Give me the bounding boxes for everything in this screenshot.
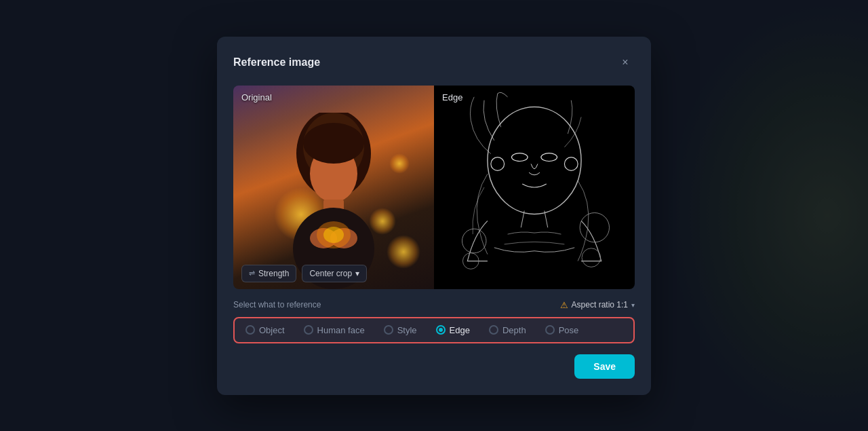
radio-dot-pose bbox=[545, 325, 555, 335]
edge-image-panel: Edge bbox=[434, 86, 635, 289]
crop-button[interactable]: Center crop ▾ bbox=[302, 265, 367, 282]
svg-point-12 bbox=[541, 153, 557, 161]
original-image-panel: Original bbox=[233, 86, 434, 289]
svg-line-15 bbox=[521, 210, 524, 227]
radio-label-object: Object bbox=[259, 325, 285, 335]
radio-dot-object bbox=[245, 325, 255, 335]
save-button[interactable]: Save bbox=[574, 354, 635, 379]
radio-option-pose[interactable]: Pose bbox=[537, 321, 587, 339]
radio-dot-inner-edge bbox=[439, 328, 443, 332]
close-button[interactable]: × bbox=[616, 53, 635, 72]
reference-label: Select what to reference bbox=[233, 300, 321, 310]
radio-option-edge[interactable]: Edge bbox=[428, 321, 478, 339]
radio-dot-edge bbox=[436, 325, 446, 335]
svg-point-14 bbox=[564, 157, 578, 170]
radio-option-human-face[interactable]: Human face bbox=[296, 321, 373, 339]
radio-label-edge: Edge bbox=[450, 325, 470, 335]
modal-overlay: Reference image × Original bbox=[0, 0, 868, 431]
svg-point-19 bbox=[582, 248, 601, 267]
modal-footer: Save bbox=[233, 354, 635, 379]
warning-icon: ⚠ bbox=[560, 300, 568, 310]
svg-point-11 bbox=[511, 153, 528, 161]
radio-label-human-face: Human face bbox=[317, 325, 365, 335]
svg-point-18 bbox=[580, 212, 609, 242]
image-controls: ⇌ Strength Center crop ▾ bbox=[241, 265, 367, 282]
reference-section: Select what to reference ⚠ Aspect ratio … bbox=[233, 300, 635, 343]
modal-dialog: Reference image × Original bbox=[217, 37, 651, 395]
radio-option-depth[interactable]: Depth bbox=[481, 321, 534, 339]
aspect-ratio-button[interactable]: ⚠ Aspect ratio 1:1 ▾ bbox=[560, 300, 635, 310]
aspect-ratio-label: Aspect ratio 1:1 bbox=[572, 300, 628, 310]
bokeh-light-4 bbox=[387, 235, 420, 269]
edge-label: Edge bbox=[442, 92, 462, 102]
radio-label-pose: Pose bbox=[559, 325, 579, 335]
reference-header: Select what to reference ⚠ Aspect ratio … bbox=[233, 300, 635, 310]
edge-drawing bbox=[434, 86, 635, 289]
bokeh-light-3 bbox=[389, 153, 410, 174]
radio-dot-style bbox=[384, 325, 393, 335]
svg-point-9 bbox=[323, 227, 344, 243]
radio-dot-human-face bbox=[304, 325, 313, 335]
svg-point-10 bbox=[488, 107, 581, 214]
radio-dot-depth bbox=[489, 325, 498, 335]
radio-option-object[interactable]: Object bbox=[237, 321, 293, 339]
image-preview-container: Original bbox=[233, 86, 635, 289]
svg-point-13 bbox=[491, 157, 505, 170]
svg-line-16 bbox=[545, 210, 548, 227]
modal-header: Reference image × bbox=[233, 53, 635, 72]
original-label: Original bbox=[241, 92, 272, 102]
svg-point-3 bbox=[303, 123, 364, 164]
radio-label-style: Style bbox=[397, 325, 417, 335]
person-figure bbox=[279, 113, 388, 289]
modal-title: Reference image bbox=[233, 56, 320, 69]
aspect-chevron-icon: ▾ bbox=[631, 301, 635, 309]
radio-option-style[interactable]: Style bbox=[376, 321, 425, 339]
sliders-icon: ⇌ bbox=[249, 269, 255, 278]
strength-button[interactable]: ⇌ Strength bbox=[241, 265, 296, 282]
radio-group: ObjectHuman faceStyleEdgeDepthPose bbox=[233, 317, 635, 343]
radio-label-depth: Depth bbox=[502, 325, 526, 335]
